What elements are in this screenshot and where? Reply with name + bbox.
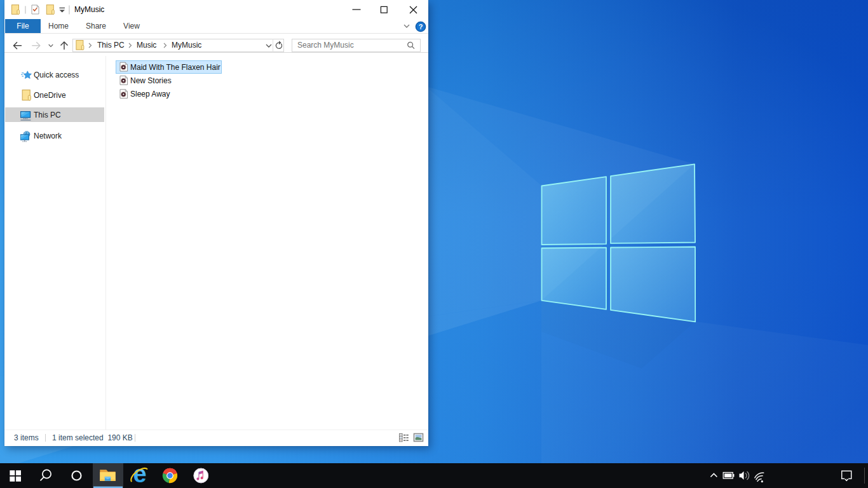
svg-text:e: e xyxy=(133,463,147,487)
svg-text:?: ? xyxy=(419,23,423,30)
